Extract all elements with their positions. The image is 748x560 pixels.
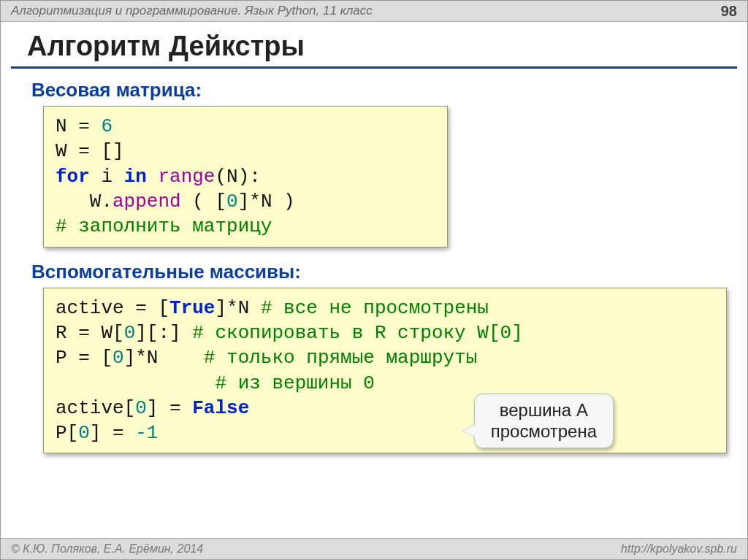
page-title: Алгоритм Дейкстры [27, 31, 747, 62]
code-token: ]*N [124, 347, 204, 369]
code-token: = [67, 140, 102, 162]
code-token: W[ [101, 322, 123, 344]
code-token: active[ [56, 397, 135, 419]
code-token: R [56, 322, 67, 344]
code-token: P [56, 347, 67, 369]
code-block-2: active = [True]*N # все не просмотрены R… [43, 288, 727, 454]
code-token: = [67, 322, 102, 344]
header-bar: Алгоритмизация и программирование. Язык … [1, 1, 747, 22]
code-token: # только прямые маршруты [204, 347, 477, 369]
code-token [147, 166, 159, 188]
code-line: P[0] = -1 [56, 421, 714, 445]
code-token: = [101, 422, 135, 444]
code-token: # скопировать в R строку W[0] [192, 322, 522, 344]
code-token: ]*N ) [238, 191, 295, 212]
code-token: [ [101, 347, 112, 369]
code-line: for i in range(N): [56, 164, 435, 189]
code-token: W. [56, 191, 112, 212]
code-token: 0 [135, 397, 147, 419]
code-token: 0 [78, 422, 90, 444]
code-token: 6 [101, 115, 112, 137]
code-token: = [67, 347, 102, 369]
code-token: 0 [226, 191, 238, 212]
code-token: = [67, 115, 102, 137]
section-label-2: Вспомогательные массивы: [31, 261, 747, 283]
code-token: N [56, 115, 67, 137]
course-title: Алгоритмизация и программирование. Язык … [11, 4, 373, 18]
callout-bubble: вершина A просмотрена [474, 394, 614, 449]
section-label-1: Весовая матрица: [31, 79, 747, 101]
code-token: -1 [135, 422, 158, 444]
code-token: False [192, 397, 249, 419]
code-line: active = [True]*N # все не просмотрены [56, 296, 714, 321]
code-line: R = W[0][:] # скопировать в R строку W[0… [56, 321, 714, 345]
code-token: [ [158, 297, 169, 319]
code-token: # из вершины 0 [215, 372, 374, 394]
code-token: = [158, 397, 192, 419]
title-divider [11, 66, 737, 69]
footer-copyright: © К.Ю. Поляков, Е.А. Ерёмин, 2014 [11, 542, 203, 556]
code-token [56, 372, 215, 394]
code-token: ] [90, 422, 102, 444]
footer-url: http://kpolyakov.spb.ru [621, 542, 737, 556]
code-token: # заполнить матрицу [56, 215, 272, 237]
page-number: 98 [721, 3, 737, 20]
footer-bar: © К.Ю. Поляков, Е.А. Ерёмин, 2014 http:/… [1, 538, 747, 559]
code-token: True [169, 297, 215, 319]
callout-line: просмотрена [491, 421, 597, 442]
code-token: ( [ [181, 191, 226, 212]
code-token: = [124, 297, 159, 319]
code-token: ] [147, 397, 159, 419]
code-token: i [90, 166, 124, 188]
code-token: (N): [215, 166, 260, 188]
code-token: 0 [112, 347, 124, 369]
code-token: for [56, 166, 90, 188]
code-token: active [56, 297, 124, 319]
code-token: in [124, 166, 147, 188]
code-line: W = [] [56, 139, 435, 164]
code-line: # заполнить матрицу [56, 214, 435, 239]
code-token: 0 [124, 322, 136, 344]
code-line: P = [0]*N # только прямые маршруты [56, 345, 714, 370]
code-token: # все не просмотрены [261, 297, 489, 319]
code-token: ][:] [135, 322, 192, 344]
code-line: active[0] = False [56, 396, 714, 421]
code-block-1: N = 6 W = [] for i in range(N): W.append… [43, 106, 448, 248]
callout-line: вершина A [491, 400, 597, 421]
code-line: N = 6 [56, 114, 435, 139]
code-line: W.append ( [0]*N ) [56, 189, 435, 214]
code-token: ]*N [215, 297, 260, 319]
code-line: # из вершины 0 [56, 371, 714, 396]
code-token: range [158, 166, 215, 188]
slide: Алгоритмизация и программирование. Язык … [0, 0, 748, 560]
code-token: W [56, 140, 67, 162]
code-token: append [112, 191, 181, 212]
code-token: [] [101, 140, 123, 162]
code-token: P[ [56, 422, 78, 444]
